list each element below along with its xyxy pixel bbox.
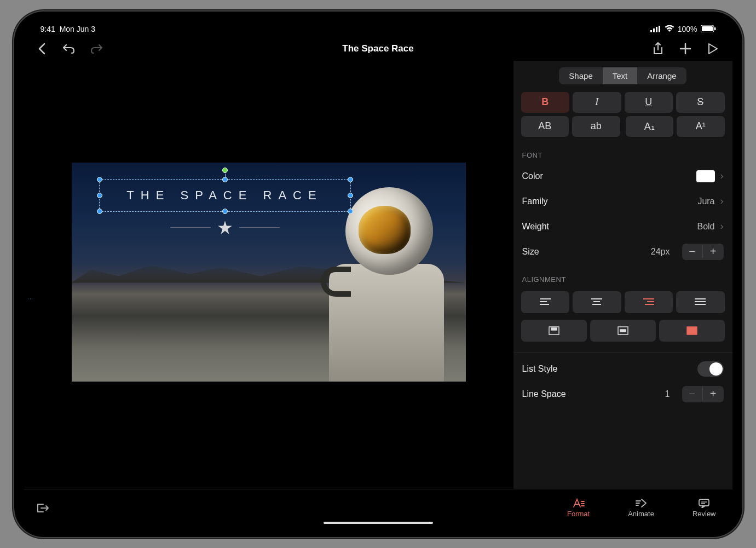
svg-rect-6 [714,27,716,30]
side-accent: ⋮ [27,296,33,302]
play-button[interactable] [705,41,720,56]
exit-button[interactable] [35,500,50,516]
line-space-row: Line Space 1 − + [522,382,724,407]
line-space-decrease-button[interactable]: − [682,388,703,400]
undo-button[interactable] [61,41,77,56]
uppercase-button[interactable]: AB [521,116,569,137]
status-bar: 9:41 Mon Jun 3 100% [24,21,732,37]
list-style-toggle[interactable] [697,361,724,377]
svg-rect-20 [551,328,557,330]
font-section-label: Font [513,140,732,164]
tab-arrange[interactable]: Arrange [637,67,686,84]
resize-handle-tr[interactable] [348,177,353,182]
svg-rect-5 [702,26,713,31]
tab-text[interactable]: Text [603,67,638,84]
battery-icon [701,25,716,32]
bold-button[interactable]: B [521,92,570,113]
svg-rect-1 [653,28,655,32]
toolbar: The Space Race [24,37,732,61]
canvas[interactable]: ⋮ THE SPACE RACE [24,61,513,489]
resize-handle-mr[interactable] [348,193,353,198]
line-space-value: 1 [665,389,670,399]
rotation-handle[interactable] [222,168,228,173]
svg-rect-24 [689,331,695,333]
align-justify-button[interactable] [676,291,725,313]
star-icon [217,220,233,235]
redo-button[interactable] [89,41,104,56]
subscript-button[interactable]: A₁ [626,116,674,137]
align-center-button[interactable] [573,291,621,313]
svg-rect-3 [659,26,660,32]
status-time: 9:41 [41,25,55,33]
valign-middle-button[interactable] [590,320,656,342]
inspector-panel: Shape Text Arrange B I U S AB ab [513,61,732,489]
star-decoration [170,220,280,235]
status-indicators: 100% [650,25,716,33]
battery-percent: 100% [678,25,697,33]
bottom-bar: Format Animate Review [24,489,732,527]
align-left-button[interactable] [521,291,570,313]
resize-handle-ml[interactable] [97,193,102,198]
size-value: 24px [651,247,670,257]
family-row[interactable]: Family Jura› [522,189,724,214]
share-button[interactable] [650,41,666,56]
chevron-right-icon: › [720,195,724,207]
color-swatch[interactable] [696,170,715,182]
add-button[interactable] [678,41,693,56]
status-date: Mon Jun 3 [60,25,95,33]
line-space-increase-button[interactable]: + [703,388,724,400]
format-tab[interactable]: Format [567,498,590,518]
signal-icon [650,26,661,32]
weight-value: Bold [697,222,714,232]
chevron-right-icon: › [720,221,724,232]
chevron-right-icon: › [720,170,724,182]
resize-handle-bl[interactable] [97,209,102,214]
strikethrough-button[interactable]: S [676,92,725,113]
alignment-section-label: Alignment [513,264,732,288]
weight-row[interactable]: Weight Bold› [522,214,724,239]
family-value: Jura [697,197,714,206]
home-indicator[interactable] [324,522,433,524]
size-stepper: − + [682,244,724,260]
list-style-label: List Style [522,364,558,374]
title-text[interactable]: THE SPACE RACE [100,180,350,211]
line-space-label: Line Space [522,389,566,399]
lowercase-button[interactable]: ab [572,116,620,137]
size-increase-button[interactable]: + [703,245,724,258]
superscript-button[interactable]: A¹ [677,116,725,137]
selected-text-box[interactable]: THE SPACE RACE [99,179,351,212]
back-button[interactable] [34,41,49,56]
size-row: Size 24px − + [522,239,724,264]
review-icon [698,498,710,508]
svg-rect-2 [656,27,657,32]
underline-button[interactable]: U [625,92,673,113]
list-style-row: List Style [522,356,724,382]
valign-top-button[interactable] [521,320,587,342]
svg-rect-22 [620,330,626,332]
animate-tab[interactable]: Animate [628,498,654,518]
format-icon [573,498,585,508]
size-label: Size [522,247,539,257]
wifi-icon [665,25,674,32]
family-label: Family [522,197,548,206]
svg-rect-25 [699,499,709,506]
tab-shape[interactable]: Shape [559,67,602,84]
status-time-date: 9:41 Mon Jun 3 [41,25,96,33]
color-label: Color [522,171,543,181]
review-tab[interactable]: Review [692,498,716,518]
size-decrease-button[interactable]: − [682,245,703,258]
animate-icon [635,498,647,508]
align-right-button[interactable] [625,291,673,313]
panel-tabs: Shape Text Arrange [513,61,732,92]
weight-label: Weight [522,222,550,232]
slide[interactable]: THE SPACE RACE [72,163,466,382]
resize-handle-br[interactable] [348,209,353,214]
resize-handle-tl[interactable] [97,177,102,182]
italic-button[interactable]: I [573,92,621,113]
resize-handle-bm[interactable] [222,209,228,214]
resize-handle-tm[interactable] [222,177,228,182]
document-title: The Space Race [342,43,413,54]
line-space-stepper: − + [682,386,724,402]
valign-bottom-button[interactable] [659,320,725,342]
color-row[interactable]: Color › [522,164,724,189]
